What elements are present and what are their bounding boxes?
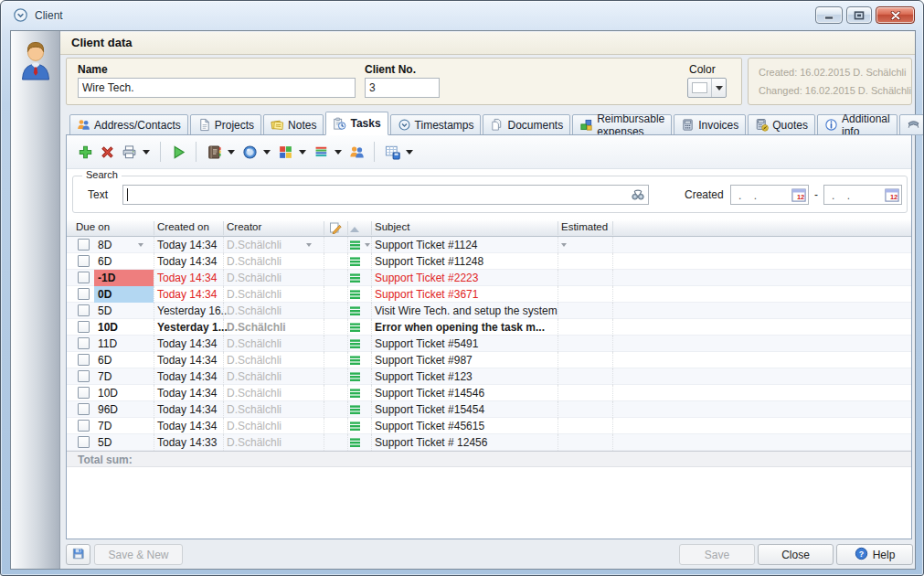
table-row[interactable]: 7DToday 14:34D.SchälchliSupport Ticket #… [67,418,911,434]
table-row[interactable]: -1DToday 14:34D.SchälchliSupport Ticket … [67,270,911,286]
tab-reimbursable-expenses[interactable]: Reimbursable expenses [572,114,672,135]
run-button[interactable] [167,141,189,163]
table-row[interactable]: 10DToday 14:34D.SchälchliSupport Ticket … [67,385,911,401]
creator-editor-dropdown[interactable] [306,243,312,250]
help-button[interactable]: ? Help [836,544,913,565]
delete-button[interactable] [96,141,118,163]
add-button[interactable] [74,141,96,163]
row-checkbox[interactable] [78,354,90,366]
due-value: 6D [98,354,112,367]
maximize-button[interactable] [846,6,872,24]
close-dialog-button[interactable]: Close [758,544,834,565]
tab-documents[interactable]: Documents [483,114,570,135]
row-checkbox[interactable] [78,420,90,432]
row-checkbox[interactable] [78,304,90,316]
table-row[interactable]: 10DYesterday 1...D.SchälchliError when o… [67,319,911,336]
row-checkbox[interactable] [78,272,90,283]
column-gridline [371,286,372,303]
tab-address-contacts[interactable]: Address/Contacts [69,114,188,135]
tab-additional-info[interactable]: Additional info [817,114,897,135]
due-value: 6D [98,255,112,268]
close-button[interactable] [876,6,915,24]
tab-tasks[interactable]: Tasks [325,112,388,135]
row-checkbox[interactable] [78,255,90,267]
save-label: Save [705,549,729,561]
column-gridline [558,237,558,253]
creator-value: D.Schälchli [227,387,307,400]
tab-quotes[interactable]: Quotes [748,114,815,135]
addressbook-button[interactable] [203,141,225,163]
grid-save-dropdown-button[interactable] [403,141,415,163]
row-checkbox[interactable] [78,288,90,300]
save-and-new-button[interactable]: Save & New [94,544,183,565]
column-header-created-on[interactable]: Created on [157,221,209,232]
row-checkbox[interactable] [78,321,90,333]
due-value: 96D [98,403,118,416]
client-no-input[interactable] [365,78,440,98]
row-checkbox[interactable] [78,436,90,448]
tab-telephony[interactable]: Telephony [899,114,924,135]
client-no-label: Client No. [365,63,416,76]
color-picker[interactable] [687,78,727,98]
table-row[interactable]: 6DToday 14:34D.SchälchliSupport Ticket #… [67,352,911,368]
table-row[interactable]: 96DToday 14:34D.SchälchliSupport Ticket … [67,401,911,418]
priority-editor-dropdown[interactable] [365,243,370,250]
toolbar [67,135,911,169]
binoculars-icon[interactable] [631,187,645,202]
table-row[interactable]: 6DToday 14:34D.SchälchliSupport Ticket #… [67,253,911,270]
table-row[interactable]: 8DToday 14:34D.SchälchliSupport Ticket #… [67,237,911,253]
print-dropdown-button[interactable] [140,141,152,163]
grid-save-button[interactable] [381,141,403,163]
table-row[interactable]: 5DYesterday 16...D.SchälchliVisit Wire T… [67,303,911,319]
color-swatch[interactable] [692,82,707,93]
color-dropdown-button[interactable] [711,79,726,97]
tab-notes[interactable]: Notes [263,114,324,135]
row-checkbox[interactable] [78,403,90,415]
tab-invoices[interactable]: Invoices [674,114,746,135]
addressbook-dropdown-button[interactable] [225,141,237,163]
print-button[interactable] [118,141,140,163]
tab-label: Tasks [350,117,380,130]
tab-timestamps[interactable]: Timestamps [390,114,482,135]
row-checkbox[interactable] [78,370,90,382]
column-header-creator[interactable]: Creator [227,221,261,232]
tab-projects[interactable]: Projects [190,114,261,135]
table-row[interactable]: 11DToday 14:34D.SchälchliSupport Ticket … [67,336,911,352]
table-row[interactable]: 7DToday 14:34D.SchälchliSupport Ticket #… [67,368,911,385]
date-from-field[interactable]: . . 12 [730,185,809,205]
column-header-subject[interactable]: Subject [375,221,409,232]
column-gridline [347,352,348,368]
colors-button[interactable] [274,141,296,163]
preview-dropdown-button[interactable] [260,141,272,163]
calendar-icon[interactable]: 12 [885,187,899,202]
column-header-estimated[interactable]: Estimated [561,221,608,232]
table-row[interactable]: 0DToday 14:34D.SchälchliSupport Ticket #… [67,286,911,303]
priority-icon [350,356,361,366]
search-text-field[interactable] [122,185,649,205]
column-gridline [223,385,224,401]
colored-list-dropdown-button[interactable] [332,141,344,163]
column-gridline [558,270,558,286]
table-row[interactable]: 5DToday 14:33D.SchälchliSupport Ticket #… [67,434,911,451]
minimize-button[interactable] [815,6,843,24]
colors-dropdown-button[interactable] [296,141,308,163]
addressbook-icon [207,144,222,160]
save-button[interactable]: Save [679,544,755,565]
column-gridline [324,418,324,434]
name-input[interactable] [78,78,356,98]
save-icon-button[interactable] [66,544,90,565]
contacts-button[interactable] [345,141,367,163]
row-checkbox[interactable] [78,337,90,349]
preview-button[interactable] [239,141,260,163]
calendar-icon[interactable]: 12 [791,187,806,202]
minimize-icon [823,7,834,24]
colored-list-button[interactable] [310,141,332,163]
row-checkbox[interactable] [78,387,90,399]
due-editor-dropdown[interactable] [138,243,143,250]
app-clock-icon[interactable] [13,7,28,23]
column-header-due-on[interactable]: Due on [76,221,110,232]
estimated-editor-dropdown[interactable] [561,243,567,250]
subject-value: Support Ticket #15454 [375,403,484,416]
date-to-field[interactable]: . . 12 [823,185,902,205]
row-checkbox[interactable] [78,239,90,251]
